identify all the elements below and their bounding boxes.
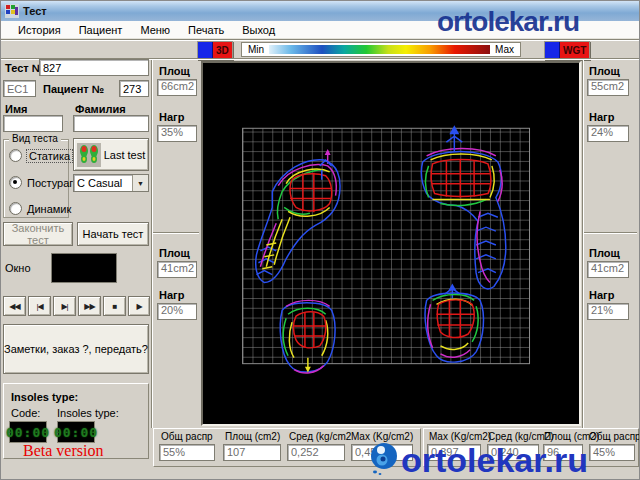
stat-value: 45% [589, 444, 635, 461]
stat-value: 55% [159, 444, 215, 461]
stat-label: Max (Kg/cm2) [351, 431, 413, 442]
area-value: 66cm2 [157, 79, 197, 96]
insole-type-select[interactable]: C Casual ▼ [73, 174, 149, 192]
weight-view-label: WGT [560, 42, 589, 59]
pressure-3d-display [201, 61, 581, 426]
load-label: Нагр [589, 111, 614, 123]
radio-postural-circle[interactable] [9, 176, 22, 189]
window-display [51, 253, 117, 283]
radio-static-label: Статика [27, 150, 72, 162]
pressure-color-scale: Min Max [241, 42, 521, 57]
play-button[interactable]: ▶ [128, 296, 150, 316]
finish-test-button[interactable]: Закончить тест [3, 222, 73, 246]
surname-label: Фамилия [75, 103, 126, 115]
stat-value: 0,397 [427, 444, 481, 461]
stat-value: 0,454 [351, 444, 413, 461]
title-bar[interactable]: Тест [1, 1, 640, 21]
radio-dynamic-circle[interactable] [9, 202, 22, 215]
area-label: Площ [159, 247, 190, 259]
play-icon: ▶ [136, 302, 141, 311]
area-value: 41cm2 [587, 261, 629, 278]
load-label: Нагр [159, 111, 184, 123]
right-column-left-divider [582, 60, 584, 428]
radio-static[interactable]: Статика [9, 149, 72, 162]
scale-gradient-bar [269, 45, 490, 54]
app-icon [5, 4, 19, 18]
name-label: Имя [5, 103, 27, 115]
menu-item-patient[interactable]: Пациент [70, 22, 132, 38]
seek-start-icon: |◀ [36, 302, 42, 311]
last-test-button[interactable]: Last test [73, 138, 149, 171]
stat-value: 96 [543, 444, 583, 461]
fast-rewind-button[interactable]: ◀◀ [3, 296, 26, 316]
window-label: Окно [5, 262, 31, 274]
stat-value: 0,240 [487, 444, 539, 461]
radio-postural-label: Постураг [27, 177, 73, 189]
view-3d-label: 3D [213, 42, 232, 59]
stat-value: 0,252 [287, 444, 345, 461]
load-value: 24% [587, 125, 629, 142]
menu-item-print[interactable]: Печать [179, 22, 233, 38]
menu-item-exit[interactable]: Выход [233, 22, 284, 38]
patient-number-input[interactable] [119, 80, 149, 97]
radio-postural[interactable]: Постураг [9, 176, 73, 189]
seek-end-button[interactable]: ▶| [53, 296, 76, 316]
name-input[interactable] [3, 115, 63, 132]
stat-label: Площ (cm2) [225, 431, 280, 442]
finish-test-label: Закончить тест [4, 222, 72, 246]
patient-number-label: Пациент № [43, 83, 104, 95]
view-3d-icon [198, 42, 213, 59]
insole-type-value: C Casual [74, 177, 132, 189]
menu-bar: История Пациент Меню Печать Выход [1, 21, 640, 39]
radio-static-circle[interactable] [9, 149, 22, 162]
start-test-label: Начать тест [83, 228, 144, 240]
stat-label: Общ распр [589, 431, 640, 442]
seek-end-icon: ▶| [61, 302, 67, 311]
pressure-3d-plot [203, 63, 579, 424]
footprints-icon [77, 143, 101, 167]
chevron-down-icon[interactable]: ▼ [132, 175, 148, 191]
notes-order-button[interactable]: Заметки, заказ ?, передать? [3, 324, 149, 374]
notes-order-label: Заметки, заказ ?, передать? [4, 343, 148, 355]
area-label: Площ [159, 65, 190, 77]
last-test-label: Last test [104, 149, 146, 161]
surname-input[interactable] [73, 115, 149, 132]
fast-forward-button[interactable]: ▶▶ [78, 296, 101, 316]
test-type-title: Вид теста [9, 133, 61, 144]
fast-forward-icon: ▶▶ [84, 302, 94, 311]
weight-view-icon [545, 42, 560, 59]
left-column-divider [153, 232, 199, 234]
start-test-button[interactable]: Начать тест [77, 222, 149, 246]
stat-value: 107 [223, 444, 281, 461]
area-value: 55cm2 [587, 79, 629, 96]
menu-item-menu[interactable]: Меню [131, 22, 179, 38]
window-title: Тест [23, 5, 47, 17]
scale-max-label: Max [495, 44, 514, 55]
area-value: 41cm2 [157, 261, 197, 278]
load-label: Нагр [159, 289, 184, 301]
led-text: 00:00 [6, 425, 50, 440]
fast-rewind-icon: ◀◀ [9, 302, 19, 311]
stat-label: Общ распр [161, 431, 213, 442]
stop-icon: ■ [113, 302, 117, 311]
load-value: 35% [157, 125, 197, 142]
ec-input[interactable] [3, 80, 36, 97]
stat-label: Сред (kg/cm2 [289, 431, 351, 442]
stop-button[interactable]: ■ [103, 296, 126, 316]
insoles-code-display: 00:00 [9, 421, 47, 443]
load-value: 20% [157, 303, 197, 320]
insoles-title: Insoles type: [11, 391, 78, 403]
right-column-divider [583, 232, 637, 234]
load-label: Нагр [589, 289, 614, 301]
insoles-type-label: Insoles type: [57, 407, 119, 419]
app-window: Тест История Пациент Меню Печать Выход 3… [0, 0, 640, 480]
area-label: Площ [589, 65, 620, 77]
radio-dynamic[interactable]: Динамик [9, 202, 71, 215]
insoles-code-label: Code: [11, 407, 40, 419]
insoles-type-display: 00:00 [57, 421, 95, 443]
menu-item-history[interactable]: История [9, 22, 70, 38]
seek-start-button[interactable]: |◀ [28, 296, 51, 316]
radio-dynamic-label: Динамик [27, 203, 71, 215]
area-label: Площ [589, 247, 620, 259]
test-number-input[interactable] [39, 59, 149, 76]
